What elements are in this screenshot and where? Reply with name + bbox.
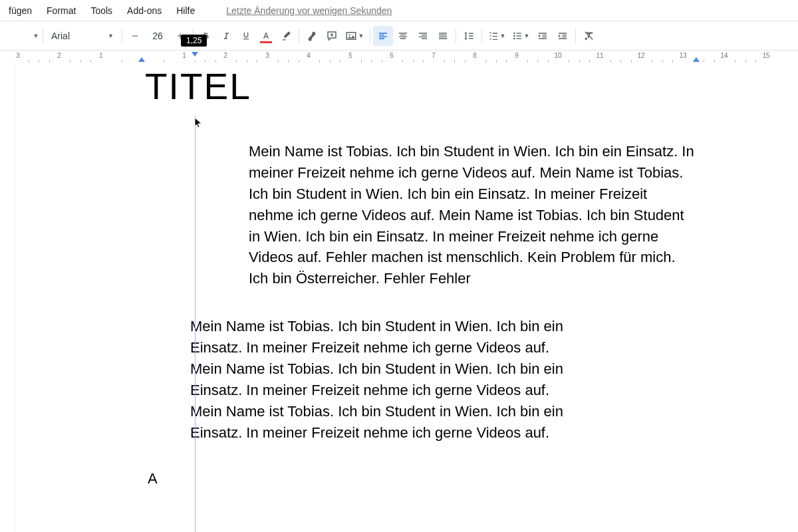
ruler-number: 11 [596, 52, 603, 59]
svg-rect-8 [516, 35, 521, 36]
paragraph-3[interactable]: A [148, 470, 706, 487]
italic-button[interactable] [216, 26, 236, 46]
first-line-indent-marker[interactable] [192, 52, 198, 57]
document-content[interactable]: TITEL Mein Name ist Tobias. Ich bin Stud… [15, 63, 706, 487]
ruler[interactable]: 321123456789101112131415 [0, 51, 798, 63]
font-size-input[interactable]: 26 [148, 31, 168, 41]
ruler-number: 8 [473, 52, 477, 59]
toolbar: ▼ Arial ▼ 26 ▼ [0, 21, 798, 51]
chevron-down-icon: ▼ [108, 33, 114, 39]
ruler-number: 1 [99, 52, 103, 59]
highlight-button[interactable] [276, 26, 296, 46]
svg-rect-10 [516, 38, 521, 39]
menu-help[interactable]: Hilfe [169, 1, 202, 20]
ruler-number: 3 [265, 52, 269, 59]
svg-rect-6 [516, 33, 521, 33]
ruler-number: 3 [16, 52, 20, 59]
link-button[interactable] [302, 26, 322, 46]
page-area: TITEL Mein Name ist Tobias. Ich bin Stud… [0, 63, 798, 532]
indent-decrease-button[interactable] [533, 26, 553, 46]
clear-formatting-button[interactable] [579, 26, 598, 46]
indent-increase-button[interactable] [553, 26, 573, 46]
right-margin-marker[interactable] [693, 57, 700, 62]
paragraph-1[interactable]: Mein Name ist Tobias. Ich bin Student in… [249, 141, 694, 289]
svg-point-4 [348, 34, 350, 35]
align-left-button[interactable] [373, 26, 393, 46]
line-spacing-button[interactable] [459, 26, 479, 46]
more-left-dropdown[interactable]: ▼ [32, 33, 40, 39]
ruler-number: 13 [679, 52, 686, 59]
chevron-down-icon: ▼ [524, 33, 530, 39]
separator [122, 29, 122, 43]
menu-tools[interactable]: Tools [83, 1, 120, 20]
separator [456, 29, 456, 43]
ruler-number: 9 [515, 52, 519, 59]
svg-point-5 [513, 32, 515, 34]
text-color-swatch [260, 41, 272, 43]
ruler-number: 14 [720, 52, 728, 59]
separator [575, 29, 576, 43]
ruler-number: 12 [637, 52, 644, 59]
indent-value-tooltip: 1,25 [181, 35, 207, 47]
paragraph-2[interactable]: Mein Name ist Tobias. Ich bin Student in… [190, 316, 569, 443]
last-change-status[interactable]: Letzte Änderung vor wenigen Sekunden [226, 5, 392, 16]
ruler-number: 6 [390, 52, 394, 59]
document-title[interactable]: TITEL [145, 65, 706, 108]
svg-rect-0 [132, 35, 138, 36]
indent-guide-line [195, 116, 196, 532]
menu-addons[interactable]: Add-ons [120, 1, 169, 20]
ruler-number: 1 [182, 52, 186, 59]
ruler-number: 7 [432, 52, 436, 59]
align-right-button[interactable] [413, 26, 433, 46]
menu-format[interactable]: Format [39, 1, 83, 20]
svg-point-9 [513, 37, 515, 39]
separator [43, 29, 43, 43]
ruler-number: 10 [554, 52, 561, 59]
align-justify-button[interactable] [433, 26, 453, 46]
separator [370, 29, 370, 43]
underline-button[interactable] [236, 26, 256, 46]
separator [481, 29, 482, 43]
ruler-number: 5 [348, 52, 352, 59]
font-size-decrease-button[interactable] [125, 26, 145, 46]
separator [299, 29, 299, 43]
ruler-number: 2 [223, 52, 227, 59]
ruler-number: 4 [307, 52, 311, 59]
comment-button[interactable] [322, 26, 342, 46]
chevron-down-icon: ▼ [358, 33, 364, 39]
chevron-down-icon: ▼ [500, 33, 506, 39]
bulleted-list-button[interactable]: ▼ [509, 26, 533, 46]
left-margin-marker[interactable] [138, 57, 145, 62]
text-color-button[interactable] [256, 26, 276, 46]
checklist-button[interactable]: ▼ [485, 26, 509, 46]
ruler-number: 2 [57, 52, 61, 59]
font-family-select[interactable]: Arial ▼ [46, 27, 119, 45]
font-family-label: Arial [51, 31, 70, 41]
align-center-button[interactable] [393, 26, 413, 46]
menu-insert[interactable]: fügen [1, 1, 39, 20]
ruler-number: 15 [762, 52, 769, 59]
menu-bar: fügen Format Tools Add-ons Hilfe Letzte … [0, 0, 798, 21]
svg-point-7 [513, 35, 515, 37]
image-button[interactable]: ▼ [342, 26, 367, 46]
